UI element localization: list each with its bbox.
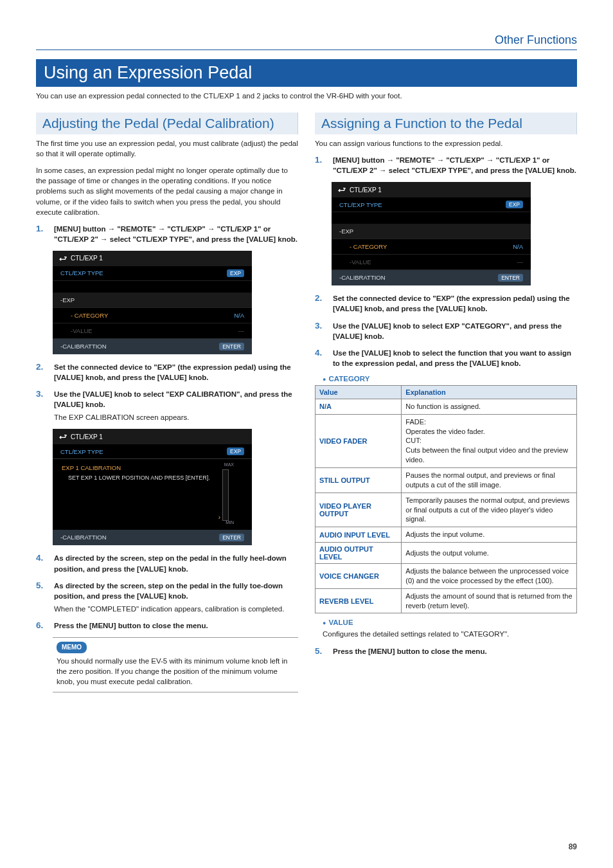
left-p1: The first time you use an expression ped… [36,138,298,159]
scr-r-ctlexptype-label: CTL/EXP TYPE [339,201,382,208]
scr2-calib-title: EXP 1 CALIBRATION [62,464,121,471]
left-step-2: Set the connected device to "EXP" (the e… [54,363,291,381]
scr2-calib-instruction: SET EXP 1 LOWER POSITION AND PRESS [ENTE… [68,475,210,481]
scr-calibration-label: -CALIBRATTION [60,343,107,350]
scr-r-group-exp: -EXP [332,224,531,239]
scr-r-header: CTL/EXP 1 [350,186,382,194]
left-step-3-sub: The EXP CALIBRATION screen appears. [54,412,298,422]
scr-category-label: - CATEGORY [71,312,108,319]
memo-tag: MEMO [57,642,87,653]
right-step-4-num: 4. [315,348,328,368]
right-step-4: Use the [VALUE] knob to select the funct… [333,349,571,367]
right-step-3: Use the [VALUE] knob to select EXP "CATE… [333,322,562,340]
scr-value-label: -VALUE [71,327,93,334]
right-step-3-num: 3. [315,321,328,341]
scr-row-ctlexptype-value: EXP [227,269,244,277]
chevron-right-icon: › [218,514,220,521]
header-section-label: Other Functions [36,33,577,50]
scr-calibration-value: ENTER [219,343,244,350]
scr-r-calib-value: ENTER [498,274,523,282]
scr2-max-label: MAX [224,462,234,467]
scr2-calib-label: -CALIBRATTION [60,534,107,541]
scr2-ctlexptype-label: CTL/EXP TYPE [60,448,103,455]
intro-text: You can use an expression pedal connecte… [36,91,577,101]
scr-header: CTL/EXP 1 [71,255,103,262]
scr-r-value-label: -VALUE [350,258,371,266]
table-row: N/ANo function is assigned. [315,399,577,414]
right-step-1-num: 1. [315,155,328,176]
scr-category-value: N/A [234,312,244,319]
left-step-1-num: 1. [36,224,49,244]
scr-r-value-value: --- [517,258,524,266]
table-row: REVERB LEVELAdjusts the amount of sound … [315,588,577,613]
page-number: 89 [569,842,577,851]
scr-group-exp: -EXP [53,293,252,307]
category-table: Value Explanation N/ANo function is assi… [315,385,577,614]
scr2-min-label: MIN [226,520,234,525]
left-step-5: As directed by the screen, step on the p… [54,582,283,600]
scr2-header: CTL/EXP 1 [71,433,103,440]
scr2-level-bar [222,469,229,521]
table-row: VOICE CHANGERAdjusts the balance between… [315,564,577,589]
cat-th-value: Value [315,385,402,399]
scr2-ctlexptype-value: EXP [227,448,244,455]
table-row: VIDEO FADERFADE: Operates the video fade… [315,414,577,467]
back-icon: ⮐ [59,254,67,263]
table-row: AUDIO INPUT LEVELAdjusts the input volum… [315,527,577,543]
table-row: AUDIO OUTPUT LEVELAdjusts the output vol… [315,543,577,564]
right-step-2-num: 2. [315,293,328,314]
right-step-2: Set the connected device to "EXP" (the e… [333,294,570,312]
value-heading: VALUE [323,619,577,626]
right-p1: You can assign various functions to the … [315,138,577,149]
right-subtitle: Assigning a Function to the Pedal [315,113,577,134]
scr2-calib-value: ENTER [219,534,244,541]
left-step-3-num: 3. [36,389,49,422]
left-step-5-sub: When the "COMPLETED" indication appears,… [54,604,298,614]
ui-screenshot-ctlexp-menu-right: ⮐ CTL/EXP 1 CTL/EXP TYPE EXP -EXP - CATE… [332,182,531,285]
scr-r-ctlexptype-value: EXP [506,201,523,208]
back-icon: ⮐ [59,432,67,441]
back-icon: ⮐ [338,185,346,194]
scr-value-value: --- [238,327,245,334]
ui-screenshot-calibration: ⮐ CTL/EXP 1 CTL/EXP TYPE EXP EXP 1 CALIB… [53,429,252,545]
scr-r-calib-label: -CALIBRATTION [339,274,386,282]
scr-row-ctlexptype-label: CTL/EXP TYPE [60,269,103,276]
left-p2: In some cases, an expression pedal might… [36,165,298,217]
value-desc: Configures the detailed settings related… [323,629,577,639]
scr-r-category-value: N/A [513,243,523,250]
memo-body: You should normally use the EV-5 with it… [57,656,294,687]
memo-box: MEMO You should normally use the EV-5 wi… [53,637,298,692]
left-step-2-num: 2. [36,362,49,383]
table-row: STILL OUTPUTPauses the normal output, an… [315,468,577,493]
left-step-6: Press the [MENU] button to close the men… [54,622,208,629]
right-step-5: Press the [MENU] button to close the men… [333,647,487,655]
right-step-5-num: 5. [315,646,328,656]
right-step-1: [MENU] button → "REMOTE" → "CTL/EXP" → "… [333,156,576,174]
table-row: VIDEO PLAYER OUTPUTTemporarily pauses th… [315,493,577,527]
left-step-3: Use the [VALUE] knob to select "EXP CALI… [54,390,292,408]
left-step-6-num: 6. [36,620,49,631]
left-step-5-num: 5. [36,581,49,614]
category-heading: CATEGORY [323,375,577,383]
page-title: Using an Expression Pedal [36,59,577,87]
ui-screenshot-ctlexp-menu: ⮐ CTL/EXP 1 CTL/EXP TYPE EXP -EXP - CATE… [53,251,252,354]
cat-th-explanation: Explanation [402,385,577,399]
scr-r-category-label: - CATEGORY [350,243,387,250]
left-step-4-num: 4. [36,553,49,574]
left-step-4: As directed by the screen, step on the p… [54,554,287,572]
left-subtitle: Adjusting the Pedal (Pedal Calibration) [36,113,298,134]
left-step-1: [MENU] button → "REMOTE" → "CTL/EXP" → "… [54,225,298,243]
